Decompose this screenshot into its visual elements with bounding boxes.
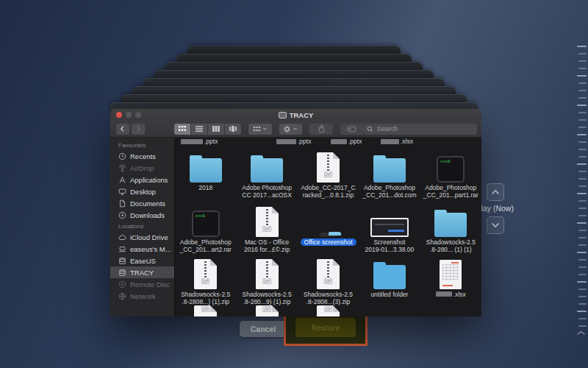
- coverflow-view-button[interactable]: [225, 124, 241, 135]
- folder-icon: [373, 265, 406, 289]
- icon-view-button[interactable]: [174, 124, 190, 135]
- timeline-tick[interactable]: [578, 237, 587, 238]
- timeline-tick[interactable]: [577, 105, 587, 106]
- timeline-tick[interactable]: [578, 215, 587, 216]
- file-item[interactable]: env$Adobe_Photoshop_CC_201...art2.rar: [175, 201, 236, 257]
- list-view-button[interactable]: [191, 124, 207, 135]
- timeline-tick[interactable]: [577, 222, 587, 224]
- sidebar-item-easeus[interactable]: EaseUS: [110, 255, 174, 266]
- timeline-tick[interactable]: [577, 46, 587, 47]
- timeline-tick[interactable]: [577, 163, 587, 165]
- file-item[interactable]: ZIP: [175, 305, 236, 316]
- file-item[interactable]: 2018: [175, 146, 236, 201]
- file-label-redacted[interactable]: .pptx: [276, 138, 311, 145]
- timeline-tick[interactable]: [578, 266, 587, 268]
- file-item[interactable]: [420, 305, 481, 316]
- tags-button[interactable]: [340, 124, 364, 135]
- file-label-redacted[interactable]: .xlsx: [381, 138, 413, 145]
- restore-button[interactable]: Restore: [295, 318, 356, 337]
- share-button[interactable]: [309, 124, 333, 135]
- timeline-tick[interactable]: [577, 311, 587, 312]
- sidebar-item-airdrop[interactable]: AirDrop: [110, 162, 174, 174]
- timeline-tick[interactable]: [577, 281, 587, 283]
- timeline-tick[interactable]: [578, 171, 587, 172]
- file-item[interactable]: ZIP: [236, 305, 297, 316]
- file-item[interactable]: Adobe_Photoshop_CC_201...dot.com: [359, 146, 420, 201]
- timeline-tick[interactable]: [578, 68, 587, 69]
- minimize-button[interactable]: [126, 112, 132, 118]
- file-item[interactable]: Screenshot2019-01...3.38.00: [359, 201, 420, 257]
- action-menu-button[interactable]: [279, 124, 303, 135]
- timeline-tick[interactable]: [578, 303, 587, 305]
- timeline-tick[interactable]: [578, 156, 587, 158]
- timeline-tick[interactable]: [578, 208, 587, 209]
- timeline-tick[interactable]: [578, 112, 587, 113]
- file-item[interactable]: untitled folder: [359, 257, 420, 305]
- timeline-tick[interactable]: [577, 193, 587, 194]
- sidebar-item-downloads[interactable]: Downloads: [110, 209, 174, 221]
- sidebar-item-recents[interactable]: Recents: [110, 150, 174, 162]
- search-field[interactable]: [364, 124, 477, 135]
- timeline-tick[interactable]: [578, 259, 587, 261]
- timeline-tick[interactable]: [578, 82, 587, 84]
- timeline-tick[interactable]: [578, 127, 587, 128]
- forward-button[interactable]: [132, 124, 145, 135]
- group-button[interactable]: [248, 124, 272, 135]
- file-item[interactable]: ZIPShadowsocks-2.5.8-2808...) (1).zip: [175, 257, 236, 305]
- cancel-button[interactable]: Cancel: [240, 321, 287, 337]
- file-item[interactable]: ZIPAdobe_CC-2017_Cracked_...0.8.1.zip: [298, 146, 359, 201]
- timeline-tick[interactable]: [578, 149, 587, 150]
- file-item[interactable]: ZIPShadowsocks-2.5.8-2808...(3).zip: [298, 257, 359, 305]
- file-item[interactable]: env$Adobe_Photoshop_CC_201...part1.rar: [420, 146, 481, 201]
- file-item[interactable]: Office screenshot: [298, 201, 359, 257]
- timeline-tick[interactable]: [577, 75, 587, 77]
- file-label-line: 2019-01...3.38.00: [365, 247, 415, 254]
- file-label-redacted[interactable]: .pptx: [331, 138, 362, 145]
- file-item[interactable]: .xlsx: [420, 257, 481, 305]
- sidebar-item-icloud-drive[interactable]: iCloud Drive: [110, 231, 174, 243]
- timeline-tick[interactable]: [577, 134, 587, 135]
- sidebar-item-label: easeus's M...: [130, 245, 171, 253]
- sidebar-item-remote-disc[interactable]: Remote Disc: [110, 278, 174, 290]
- timeline-tick[interactable]: [578, 97, 587, 99]
- timeline-tick[interactable]: [578, 185, 587, 187]
- timeline-tick[interactable]: [577, 252, 587, 253]
- search-input[interactable]: [376, 124, 474, 133]
- file-icon-zone: [373, 149, 406, 183]
- sidebar-item-easeus-s-m[interactable]: easeus's M...: [110, 243, 174, 255]
- timeline-tick[interactable]: [578, 200, 587, 202]
- timeline-tick[interactable]: [578, 60, 587, 62]
- file-item[interactable]: [359, 305, 420, 316]
- older-snapshot-button[interactable]: [487, 216, 504, 234]
- file-item[interactable]: ZIPShadowsocks-2.5.8-280...9) (1).zip: [236, 257, 297, 305]
- file-item[interactable]: Shadowsocks-2.5.8-280... (1) (1): [420, 201, 481, 257]
- sidebar-item-tracy[interactable]: TRACY: [110, 266, 174, 278]
- timeline-tick[interactable]: [578, 141, 587, 143]
- file-label: 2018: [198, 185, 212, 192]
- timeline-tick[interactable]: [578, 325, 587, 327]
- newer-snapshot-button[interactable]: [487, 183, 504, 201]
- timeline-tick[interactable]: [578, 244, 587, 246]
- column-view-button[interactable]: [208, 124, 224, 135]
- file-item[interactable]: ZIP: [298, 305, 359, 316]
- timeline-tick[interactable]: [578, 178, 587, 180]
- timeline-tick[interactable]: [578, 230, 587, 231]
- timeline-tick[interactable]: [578, 53, 587, 54]
- file-item[interactable]: ZIPMac OS - Office2016 for...£©.zip: [236, 201, 297, 257]
- timeline-tick[interactable]: [578, 274, 587, 275]
- file-item[interactable]: Adobe PhotoshopCC 2017...acOSX: [236, 146, 297, 201]
- timeline-tick[interactable]: [578, 318, 587, 319]
- zoom-button[interactable]: [135, 112, 141, 118]
- sidebar-item-documents[interactable]: Documents: [110, 197, 174, 209]
- back-button[interactable]: [116, 124, 129, 135]
- file-label-redacted[interactable]: .pptx: [181, 138, 218, 145]
- timeline-tick[interactable]: [578, 289, 587, 290]
- timeline-tick[interactable]: [578, 119, 587, 121]
- sidebar-item-network[interactable]: Network: [110, 290, 174, 302]
- sidebar-item-desktop[interactable]: Desktop: [110, 185, 174, 197]
- timeline-tick[interactable]: [578, 296, 587, 297]
- sidebar-item-applications[interactable]: Applications: [110, 174, 174, 185]
- timeline-tick[interactable]: [578, 90, 587, 91]
- selected-file-label: Office screenshot: [301, 238, 356, 246]
- close-button[interactable]: [116, 112, 122, 118]
